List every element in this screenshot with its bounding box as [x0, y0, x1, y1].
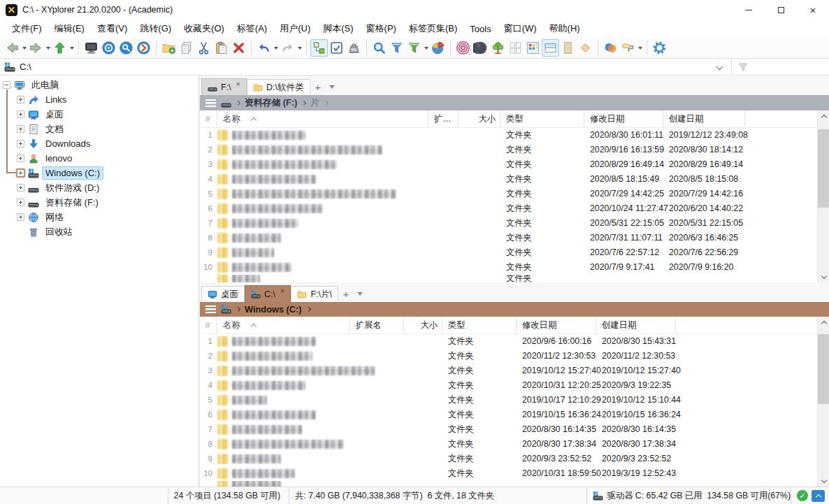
blank-view-icon[interactable] [559, 39, 577, 57]
up-icon[interactable] [51, 39, 69, 57]
menu-burger-icon[interactable] [206, 99, 216, 107]
file-row[interactable]: 4 文件夹 2020/8/5 18:15:49 2020/8/5 18:15:0… [200, 172, 829, 187]
tab-list-dropdown-icon[interactable] [354, 286, 366, 302]
find-files-icon[interactable] [370, 39, 388, 57]
hotlist-icon[interactable] [100, 39, 117, 57]
menu-item[interactable]: 标签页集(B) [403, 20, 463, 38]
cut-icon[interactable] [195, 39, 212, 57]
copy-icon[interactable] [178, 39, 195, 57]
live-filter-box[interactable] [731, 59, 829, 75]
dark-mode-icon[interactable] [472, 39, 489, 57]
expand-toggle-icon[interactable] [17, 213, 24, 221]
file-row[interactable]: 6 文件夹 2019/10/15 16:36:24 2019/10/15 16:… [200, 408, 829, 422]
format-brush-icon[interactable] [619, 39, 637, 57]
menu-item[interactable]: 编辑(E) [48, 20, 91, 38]
go-to-icon[interactable] [135, 39, 152, 57]
configuration-icon[interactable] [651, 39, 668, 57]
statistics-icon[interactable] [429, 39, 447, 57]
bottom-scrollbar[interactable] [817, 317, 829, 487]
file-row[interactable]: 4 文件夹 2020/10/31 12:20:25 2020/9/3 19:22… [200, 378, 829, 393]
format-brush-dropdown-icon[interactable] [637, 39, 643, 57]
menu-item[interactable]: 文件(F) [6, 20, 48, 38]
back-dropdown-icon[interactable] [21, 39, 27, 57]
expand-toggle-icon[interactable] [17, 154, 24, 162]
tree-item[interactable]: Windows (C:) [0, 166, 198, 180]
tree-item[interactable]: Links [0, 92, 198, 107]
tree-item[interactable]: 网络 [0, 210, 198, 224]
menu-item[interactable]: 帮助(H) [543, 20, 586, 38]
file-row[interactable]: 3 文件夹 2020/8/29 16:49:14 2020/8/29 16:49… [200, 157, 829, 172]
maximize-button[interactable] [765, 0, 797, 20]
tree-item[interactable]: Downloads [0, 136, 198, 151]
col-modified[interactable]: 修改日期 [517, 317, 596, 333]
file-row[interactable]: 6 文件夹 2020/10/24 11:27:47 2020/6/20 14:4… [200, 201, 829, 216]
breadcrumb-item[interactable]: Windows (C:) [245, 304, 302, 315]
file-row[interactable]: 1 文件夹 2020/8/30 16:01:11 2019/12/12 23:4… [200, 128, 829, 143]
new-tab-button[interactable]: + [338, 286, 354, 302]
tree-item[interactable]: 文档 [0, 122, 198, 136]
color-filters-icon[interactable] [602, 39, 619, 57]
tag-icon[interactable] [577, 39, 594, 57]
file-row[interactable]: 5 文件夹 2020/7/29 14:42:25 2020/7/29 14:42… [200, 187, 829, 201]
col-index[interactable]: # [200, 317, 217, 333]
scroll-down-icon[interactable] [818, 271, 829, 282]
branch-view-icon[interactable] [489, 39, 507, 57]
col-name[interactable]: 名称 [217, 317, 350, 333]
file-row[interactable]: 文件夹 [200, 275, 829, 282]
scroll-down-icon[interactable] [818, 475, 829, 487]
file-row[interactable]: 1 文件夹 2020/9/6 16:00:16 2020/8/30 15:43:… [200, 334, 829, 349]
back-icon[interactable] [3, 39, 21, 57]
forward-dropdown-icon[interactable] [45, 39, 51, 57]
scrollbar-thumb[interactable] [818, 129, 829, 208]
undo-icon[interactable] [255, 39, 273, 57]
forward-icon[interactable] [27, 39, 45, 57]
grid-view-icon[interactable] [507, 39, 524, 57]
menu-item[interactable]: 窗口(W) [498, 20, 543, 38]
tree-item[interactable]: 资料存储 (F:) [0, 195, 198, 210]
folder-tab[interactable]: D:\软件类 × [247, 79, 310, 95]
show-desktop-icon[interactable] [82, 39, 100, 57]
expand-toggle-icon[interactable] [17, 140, 24, 147]
col-created[interactable]: 创建日期 [663, 110, 745, 127]
customize-list-icon[interactable] [524, 39, 542, 57]
menu-item[interactable]: 用户(U) [273, 20, 317, 38]
status-ok-icon[interactable]: ✓ [797, 490, 808, 501]
new-tab-button[interactable]: + [310, 79, 326, 95]
col-type[interactable]: 类型 [500, 110, 584, 127]
tab-close-icon[interactable]: × [236, 80, 240, 88]
close-button[interactable]: × [797, 0, 829, 20]
tab-list-dropdown-icon[interactable] [326, 79, 338, 95]
file-row[interactable]: 9 文件夹 2020/7/6 22:57:12 2020/7/6 22:56:2… [200, 245, 829, 260]
delete-icon[interactable] [230, 39, 247, 57]
col-ext[interactable]: 扩展名 [350, 317, 404, 333]
tree-item[interactable]: 回收站 [0, 224, 198, 239]
expand-toggle-icon[interactable] [17, 110, 24, 118]
expand-toggle-icon[interactable] [17, 199, 24, 206]
minimize-button[interactable] [733, 0, 765, 20]
menu-item[interactable]: Tools [463, 21, 497, 37]
folder-tab[interactable]: F:\ × [201, 78, 247, 95]
tree-item[interactable]: 软件游戏 (D:) [0, 180, 198, 195]
address-dropdown-icon[interactable] [707, 59, 731, 75]
menu-item[interactable]: 标签(A) [231, 20, 273, 38]
file-row[interactable] [200, 481, 829, 487]
folder-tab[interactable]: F:\片\ × [291, 286, 338, 302]
menu-burger-icon[interactable] [206, 305, 216, 313]
tree-item[interactable]: 此电脑 [0, 78, 198, 92]
expand-toggle-icon[interactable] [17, 96, 24, 103]
file-row[interactable]: 7 文件夹 2020/8/30 16:14:35 2020/8/30 16:14… [200, 422, 829, 437]
file-row[interactable]: 2 文件夹 2020/9/16 16:13:59 2020/8/30 18:14… [200, 143, 829, 157]
breadcrumb-item[interactable]: 资料存储 (F:) [245, 97, 297, 109]
file-row[interactable]: 7 文件夹 2020/5/31 22:15:05 2020/5/31 22:15… [200, 216, 829, 231]
checkbox-selection-icon[interactable] [328, 39, 345, 57]
col-modified[interactable]: 修改日期 [584, 110, 663, 127]
tree-panel-toggle-icon[interactable] [310, 39, 328, 57]
expand-toggle-icon[interactable] [17, 169, 24, 177]
top-scrollbar[interactable] [817, 110, 829, 282]
col-index[interactable]: # [200, 110, 217, 127]
file-row[interactable]: 8 文件夹 2020/7/31 11:07:11 2020/6/3 16:46:… [200, 231, 829, 245]
scrollbar-thumb[interactable] [818, 334, 829, 404]
col-type[interactable]: 类型 [442, 317, 517, 333]
folder-tab[interactable]: C:\ × [245, 285, 291, 302]
menu-item[interactable]: 脚本(S) [317, 20, 359, 38]
